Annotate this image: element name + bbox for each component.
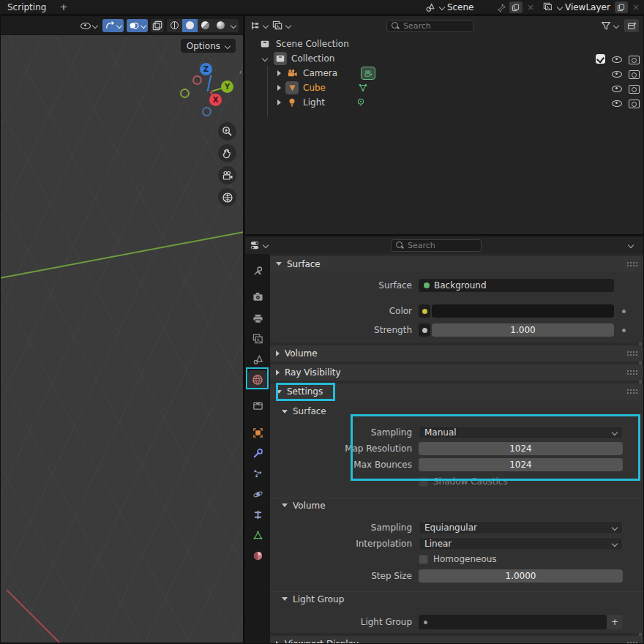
eye-icon[interactable] bbox=[611, 69, 622, 78]
animate-decorator[interactable] bbox=[622, 310, 626, 313]
step-size-field[interactable]: 1.0000 bbox=[419, 569, 623, 583]
display-mode-dropdown[interactable] bbox=[272, 20, 291, 31]
tree-label[interactable]: Cube bbox=[303, 83, 326, 93]
subpanel-surface-header[interactable]: Surface bbox=[270, 404, 643, 419]
tree-label[interactable]: Scene Collection bbox=[276, 39, 349, 49]
tab-output[interactable] bbox=[248, 309, 267, 328]
shadow-caustics-checkbox[interactable] bbox=[419, 477, 428, 487]
camera-render-icon[interactable] bbox=[628, 54, 639, 64]
shading-material-button[interactable] bbox=[198, 19, 213, 32]
homogeneous-checkbox[interactable] bbox=[419, 555, 428, 564]
tab-collection[interactable] bbox=[248, 396, 267, 415]
tab-physics[interactable] bbox=[248, 484, 267, 503]
scene-name[interactable]: Scene bbox=[447, 2, 494, 12]
panel-surface-header[interactable]: Surface bbox=[270, 256, 643, 272]
panel-drag-handle[interactable] bbox=[626, 641, 637, 644]
tree-label[interactable]: Collection bbox=[291, 53, 334, 64]
tab-material[interactable] bbox=[248, 546, 267, 565]
properties-search-input[interactable] bbox=[408, 241, 473, 250]
strength-socket-icon[interactable] bbox=[419, 323, 430, 337]
tab-render[interactable] bbox=[248, 287, 267, 306]
panel-volume-header[interactable]: Volume bbox=[270, 345, 643, 362]
expand-camera-icon[interactable] bbox=[277, 70, 281, 76]
panel-drag-handle[interactable] bbox=[626, 389, 637, 394]
surface-shader-field[interactable]: Background bbox=[419, 279, 614, 292]
panel-ray-visibility-header[interactable]: Ray Visibility bbox=[270, 364, 643, 381]
sampling-dropdown[interactable]: Manual bbox=[419, 426, 623, 439]
add-light-group-button[interactable]: + bbox=[607, 615, 623, 629]
expand-cube-icon[interactable] bbox=[277, 85, 281, 91]
outliner-search[interactable] bbox=[386, 20, 474, 32]
expand-collection-icon[interactable] bbox=[262, 56, 268, 61]
eye-icon[interactable] bbox=[611, 98, 622, 108]
add-workspace-button[interactable]: + bbox=[53, 1, 73, 12]
tab-world[interactable] bbox=[248, 370, 267, 389]
properties-search[interactable] bbox=[391, 239, 482, 252]
subpanel-light-group-header[interactable]: Light Group bbox=[270, 591, 643, 606]
tab-object-data[interactable] bbox=[248, 525, 267, 544]
scene-selector[interactable]: Scene × bbox=[424, 1, 537, 14]
eye-icon[interactable] bbox=[611, 54, 622, 64]
editor-type-dropdown[interactable] bbox=[250, 20, 268, 31]
camera-render-icon[interactable] bbox=[628, 98, 639, 108]
camera-data-icon[interactable] bbox=[361, 67, 375, 80]
panel-drag-handle[interactable] bbox=[626, 370, 637, 375]
tree-row-collection[interactable]: Collection bbox=[245, 51, 643, 66]
max-bounces-field[interactable]: 1024 bbox=[419, 458, 623, 471]
tab-object[interactable] bbox=[248, 423, 267, 442]
tree-label[interactable]: Camera bbox=[303, 68, 337, 78]
shading-rendered-button[interactable] bbox=[213, 19, 228, 32]
tab-view-layer[interactable] bbox=[248, 329, 267, 348]
xray-toggle[interactable] bbox=[151, 19, 164, 32]
tree-row-light[interactable]: Light bbox=[245, 95, 643, 110]
pan-button[interactable] bbox=[218, 144, 236, 162]
subpanel-volume-header[interactable]: Volume bbox=[270, 498, 643, 512]
tree-label[interactable]: Light bbox=[303, 97, 325, 108]
tree-row-cube[interactable]: Cube bbox=[245, 80, 643, 95]
color-socket-icon[interactable] bbox=[419, 304, 430, 318]
shading-wireframe-button[interactable] bbox=[167, 19, 182, 32]
outliner-search-input[interactable] bbox=[403, 21, 469, 31]
light-group-field[interactable] bbox=[419, 615, 607, 629]
strength-slider[interactable]: 1.000 bbox=[432, 323, 614, 337]
show-overlays-toggle[interactable] bbox=[127, 19, 148, 32]
perspective-toggle-button[interactable] bbox=[218, 188, 236, 206]
sidebar-collapse-arrow[interactable]: ‹ bbox=[239, 67, 242, 77]
camera-view-button[interactable] bbox=[218, 166, 236, 184]
editor-type-dropdown[interactable] bbox=[250, 240, 268, 251]
map-resolution-field[interactable]: 1024 bbox=[419, 442, 623, 455]
workspace-tab-scripting[interactable]: Scripting bbox=[0, 1, 53, 14]
view-layer-selector[interactable]: ViewLayer × bbox=[542, 1, 643, 14]
light-data-icon[interactable] bbox=[354, 96, 367, 109]
eye-icon[interactable] bbox=[611, 83, 622, 93]
panel-settings-header[interactable]: Settings bbox=[270, 383, 643, 400]
tab-modifiers[interactable] bbox=[248, 443, 267, 463]
tab-particles[interactable] bbox=[248, 464, 267, 483]
camera-render-icon[interactable] bbox=[628, 69, 639, 78]
tab-scene[interactable] bbox=[248, 350, 267, 369]
tree-row-scene-collection[interactable]: Scene Collection bbox=[245, 37, 643, 51]
pin-icon[interactable] bbox=[497, 3, 506, 12]
gizmo-y-axis[interactable]: Y bbox=[221, 80, 233, 93]
color-swatch-field[interactable] bbox=[432, 304, 614, 318]
zoom-button[interactable] bbox=[218, 122, 236, 141]
properties-options-dropdown[interactable] bbox=[628, 242, 634, 248]
camera-render-icon[interactable] bbox=[628, 83, 639, 93]
gizmo-z-axis[interactable]: Z bbox=[200, 63, 212, 75]
gizmo-z-negative[interactable] bbox=[202, 107, 211, 116]
object-type-visibility-button[interactable] bbox=[78, 19, 100, 32]
view-layer-name[interactable]: ViewLayer bbox=[565, 2, 612, 12]
tab-tool[interactable] bbox=[248, 261, 267, 280]
new-view-layer-button[interactable] bbox=[615, 1, 628, 13]
panel-drag-handle[interactable] bbox=[626, 261, 637, 267]
panel-drag-handle[interactable] bbox=[626, 351, 637, 356]
gizmo-x-negative[interactable] bbox=[192, 75, 202, 85]
options-dropdown[interactable]: Options bbox=[181, 39, 236, 53]
new-collection-button[interactable] bbox=[624, 19, 639, 32]
gizmo-y-negative[interactable] bbox=[180, 89, 190, 98]
interpolation-dropdown[interactable]: Linear bbox=[419, 537, 623, 550]
expand-light-icon[interactable] bbox=[277, 100, 281, 105]
shading-solid-button[interactable] bbox=[182, 19, 198, 32]
render-checkbox[interactable] bbox=[596, 54, 605, 64]
gizmo-x-axis[interactable]: X bbox=[209, 94, 222, 106]
